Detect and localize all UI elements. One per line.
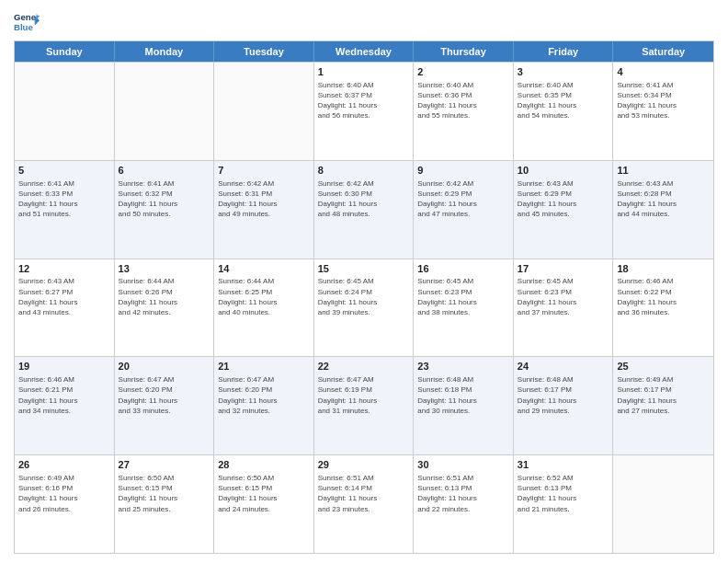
day-number: 3: [518, 65, 609, 79]
day-number: 29: [318, 458, 410, 472]
calendar-cell: 13Sunrise: 6:44 AM Sunset: 6:26 PM Dayli…: [115, 259, 215, 357]
day-number: 22: [318, 360, 410, 373]
cell-info: Sunrise: 6:43 AM Sunset: 6:27 PM Dayligh…: [18, 276, 110, 317]
calendar: SundayMondayTuesdayWednesdayThursdayFrid…: [14, 40, 714, 554]
calendar-cell: 8Sunrise: 6:42 AM Sunset: 6:30 PM Daylig…: [314, 161, 415, 259]
calendar-cell: 14Sunrise: 6:44 AM Sunset: 6:25 PM Dayli…: [214, 259, 314, 357]
calendar-cell: 30Sunrise: 6:51 AM Sunset: 6:13 PM Dayli…: [414, 455, 514, 553]
header-day-monday: Monday: [115, 41, 215, 62]
cell-info: Sunrise: 6:48 AM Sunset: 6:17 PM Dayligh…: [518, 374, 609, 416]
calendar-cell: 10Sunrise: 6:43 AM Sunset: 6:29 PM Dayli…: [514, 161, 614, 259]
calendar-cell: 7Sunrise: 6:42 AM Sunset: 6:31 PM Daylig…: [214, 161, 314, 259]
calendar-cell: [613, 455, 713, 553]
calendar-cell: 3Sunrise: 6:40 AM Sunset: 6:35 PM Daylig…: [514, 63, 614, 160]
cell-info: Sunrise: 6:43 AM Sunset: 6:29 PM Dayligh…: [518, 178, 609, 220]
cell-info: Sunrise: 6:51 AM Sunset: 6:14 PM Dayligh…: [318, 473, 410, 514]
cell-info: Sunrise: 6:45 AM Sunset: 6:23 PM Dayligh…: [518, 276, 609, 317]
day-number: 13: [119, 262, 210, 276]
day-number: 5: [18, 164, 110, 178]
calendar-cell: 24Sunrise: 6:48 AM Sunset: 6:17 PM Dayli…: [514, 357, 614, 454]
calendar-cell: 17Sunrise: 6:45 AM Sunset: 6:23 PM Dayli…: [514, 259, 614, 357]
calendar-cell: 31Sunrise: 6:52 AM Sunset: 6:13 PM Dayli…: [514, 455, 614, 553]
day-number: 11: [617, 164, 710, 178]
day-number: 10: [518, 164, 609, 178]
day-number: 7: [218, 164, 310, 178]
cell-info: Sunrise: 6:47 AM Sunset: 6:20 PM Dayligh…: [218, 374, 310, 416]
calendar-row-3: 12Sunrise: 6:43 AM Sunset: 6:27 PM Dayli…: [15, 259, 713, 357]
calendar-cell: 11Sunrise: 6:43 AM Sunset: 6:28 PM Dayli…: [613, 161, 713, 259]
day-number: 15: [318, 262, 410, 276]
header: General Blue: [14, 9, 714, 35]
cell-info: Sunrise: 6:41 AM Sunset: 6:32 PM Dayligh…: [119, 178, 210, 220]
calendar-cell: 5Sunrise: 6:41 AM Sunset: 6:33 PM Daylig…: [15, 161, 115, 259]
header-day-tuesday: Tuesday: [214, 41, 314, 62]
cell-info: Sunrise: 6:47 AM Sunset: 6:20 PM Dayligh…: [119, 374, 210, 416]
calendar-row-4: 19Sunrise: 6:46 AM Sunset: 6:21 PM Dayli…: [15, 356, 713, 454]
day-number: 20: [119, 360, 210, 373]
cell-info: Sunrise: 6:49 AM Sunset: 6:17 PM Dayligh…: [617, 374, 710, 416]
calendar-cell: 6Sunrise: 6:41 AM Sunset: 6:32 PM Daylig…: [115, 161, 215, 259]
header-day-thursday: Thursday: [414, 41, 514, 62]
cell-info: Sunrise: 6:40 AM Sunset: 6:35 PM Dayligh…: [518, 80, 609, 121]
logo: General Blue: [14, 9, 40, 35]
cell-info: Sunrise: 6:40 AM Sunset: 6:36 PM Dayligh…: [417, 80, 509, 121]
calendar-row-5: 26Sunrise: 6:49 AM Sunset: 6:16 PM Dayli…: [15, 454, 713, 553]
calendar-cell: 28Sunrise: 6:50 AM Sunset: 6:15 PM Dayli…: [214, 455, 314, 553]
day-number: 25: [617, 360, 710, 373]
calendar-cell: 27Sunrise: 6:50 AM Sunset: 6:15 PM Dayli…: [115, 455, 215, 553]
calendar-body: 1Sunrise: 6:40 AM Sunset: 6:37 PM Daylig…: [15, 62, 713, 553]
calendar-cell: 23Sunrise: 6:48 AM Sunset: 6:18 PM Dayli…: [414, 357, 514, 454]
day-number: 21: [218, 360, 310, 373]
header-day-saturday: Saturday: [613, 41, 713, 62]
cell-info: Sunrise: 6:46 AM Sunset: 6:21 PM Dayligh…: [18, 374, 110, 416]
calendar-cell: 20Sunrise: 6:47 AM Sunset: 6:20 PM Dayli…: [115, 357, 215, 454]
cell-info: Sunrise: 6:45 AM Sunset: 6:24 PM Dayligh…: [318, 276, 410, 317]
calendar-cell: 4Sunrise: 6:41 AM Sunset: 6:34 PM Daylig…: [613, 63, 713, 160]
cell-info: Sunrise: 6:42 AM Sunset: 6:31 PM Dayligh…: [218, 178, 310, 220]
cell-info: Sunrise: 6:49 AM Sunset: 6:16 PM Dayligh…: [18, 473, 110, 514]
logo-icon: General Blue: [14, 9, 40, 35]
day-number: 9: [417, 164, 509, 178]
day-number: 27: [119, 458, 210, 472]
calendar-cell: 19Sunrise: 6:46 AM Sunset: 6:21 PM Dayli…: [15, 357, 115, 454]
calendar-cell: 21Sunrise: 6:47 AM Sunset: 6:20 PM Dayli…: [214, 357, 314, 454]
header-day-friday: Friday: [514, 41, 614, 62]
day-number: 24: [518, 360, 609, 373]
cell-info: Sunrise: 6:50 AM Sunset: 6:15 PM Dayligh…: [119, 473, 210, 514]
page: General Blue SundayMondayTuesdayWednesda…: [0, 0, 728, 563]
calendar-cell: [15, 63, 115, 160]
calendar-cell: 15Sunrise: 6:45 AM Sunset: 6:24 PM Dayli…: [314, 259, 415, 357]
day-number: 2: [417, 65, 509, 79]
calendar-header: SundayMondayTuesdayWednesdayThursdayFrid…: [15, 41, 713, 62]
calendar-cell: 2Sunrise: 6:40 AM Sunset: 6:36 PM Daylig…: [414, 63, 514, 160]
calendar-row-2: 5Sunrise: 6:41 AM Sunset: 6:33 PM Daylig…: [15, 160, 713, 259]
day-number: 12: [18, 262, 110, 276]
cell-info: Sunrise: 6:50 AM Sunset: 6:15 PM Dayligh…: [218, 473, 310, 514]
day-number: 1: [318, 65, 410, 79]
day-number: 4: [617, 65, 710, 79]
day-number: 28: [218, 458, 310, 472]
calendar-cell: 1Sunrise: 6:40 AM Sunset: 6:37 PM Daylig…: [314, 63, 415, 160]
day-number: 16: [417, 262, 509, 276]
calendar-cell: 25Sunrise: 6:49 AM Sunset: 6:17 PM Dayli…: [613, 357, 713, 454]
calendar-cell: 12Sunrise: 6:43 AM Sunset: 6:27 PM Dayli…: [15, 259, 115, 357]
cell-info: Sunrise: 6:52 AM Sunset: 6:13 PM Dayligh…: [518, 473, 609, 514]
calendar-cell: [214, 63, 314, 160]
day-number: 19: [18, 360, 110, 373]
cell-info: Sunrise: 6:41 AM Sunset: 6:33 PM Dayligh…: [18, 178, 110, 220]
cell-info: Sunrise: 6:51 AM Sunset: 6:13 PM Dayligh…: [417, 473, 509, 514]
calendar-cell: [115, 63, 215, 160]
day-number: 23: [417, 360, 509, 373]
cell-info: Sunrise: 6:42 AM Sunset: 6:29 PM Dayligh…: [417, 178, 509, 220]
cell-info: Sunrise: 6:43 AM Sunset: 6:28 PM Dayligh…: [617, 178, 710, 220]
calendar-cell: 9Sunrise: 6:42 AM Sunset: 6:29 PM Daylig…: [414, 161, 514, 259]
day-number: 8: [318, 164, 410, 178]
calendar-cell: 16Sunrise: 6:45 AM Sunset: 6:23 PM Dayli…: [414, 259, 514, 357]
header-day-sunday: Sunday: [15, 41, 115, 62]
cell-info: Sunrise: 6:41 AM Sunset: 6:34 PM Dayligh…: [617, 80, 710, 121]
cell-info: Sunrise: 6:40 AM Sunset: 6:37 PM Dayligh…: [318, 80, 410, 121]
day-number: 14: [218, 262, 310, 276]
cell-info: Sunrise: 6:46 AM Sunset: 6:22 PM Dayligh…: [617, 276, 710, 317]
cell-info: Sunrise: 6:44 AM Sunset: 6:26 PM Dayligh…: [119, 276, 210, 317]
day-number: 17: [518, 262, 609, 276]
